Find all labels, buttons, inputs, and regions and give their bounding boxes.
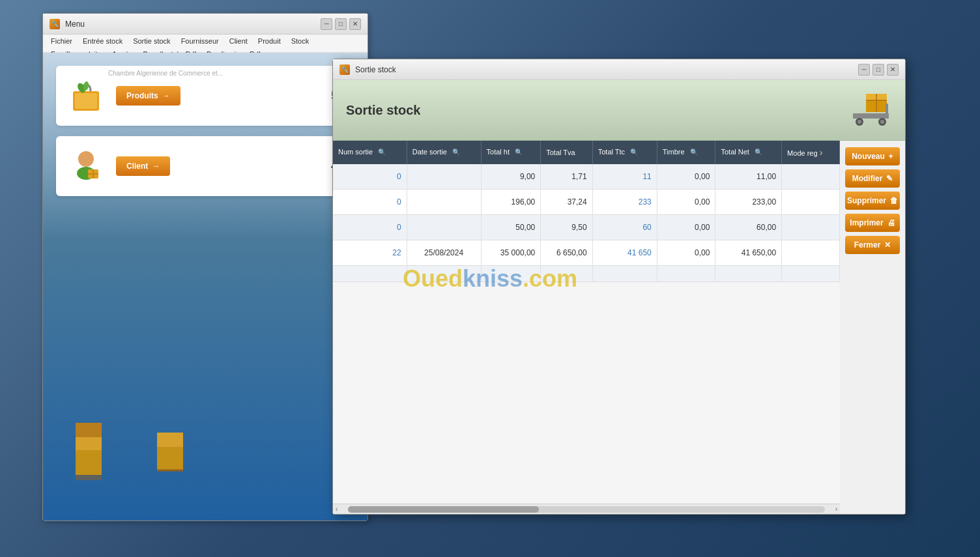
cell-total_ttc-3: 41 650	[592, 240, 657, 266]
bg-close-btn[interactable]: ✕	[349, 18, 361, 30]
product-bag-icon	[70, 78, 102, 114]
scroll-right-icon[interactable]: ›	[835, 506, 837, 513]
cell-total_net-0: 11,00	[715, 164, 782, 190]
bg-maximize-btn[interactable]: □	[335, 18, 347, 30]
supprimer-button[interactable]: Supprimer 🗑	[845, 192, 900, 210]
card-subtitle: Chambre Algerienne de Commerce et...	[108, 70, 223, 77]
table-row[interactable]: 0196,0037,242330,00233,00	[333, 190, 840, 215]
bg-titlebar: 🔧 Menu ─ □ ✕	[43, 14, 368, 35]
svg-rect-10	[76, 436, 102, 450]
col-timbre[interactable]: Timbre 🔍	[657, 141, 715, 164]
menu-produit[interactable]: Produit	[253, 35, 286, 48]
nouveau-button[interactable]: Nouveau +	[845, 147, 900, 165]
fg-page-title: Sortie stock	[346, 103, 420, 118]
table-row[interactable]: 2225/08/202435 000,006 650,0041 6500,004…	[333, 240, 840, 266]
table-scroll-area[interactable]: Num sortie 🔍 Date sortie 🔍 Total ht 🔍	[333, 141, 840, 504]
client-card: Client → 4	[56, 136, 354, 196]
col-total-ttc[interactable]: Total Ttc 🔍	[592, 141, 657, 164]
menu-fournisseur[interactable]: Fournisseur	[176, 35, 224, 48]
col-total-ht[interactable]: Total ht 🔍	[481, 141, 541, 164]
svg-point-4	[78, 151, 94, 167]
cell-mode_reg-0	[782, 164, 840, 190]
table-row[interactable]: 09,001,71110,0011,00	[333, 164, 840, 190]
cell-total_net-1: 233,00	[715, 190, 782, 215]
sortie-table: Num sortie 🔍 Date sortie 🔍 Total ht 🔍	[333, 141, 840, 282]
cell-total_tva-2: 9,50	[541, 215, 592, 240]
boxes-right-icon	[154, 416, 212, 475]
scroll-track[interactable]	[348, 506, 824, 513]
search-total-ht-icon[interactable]: 🔍	[514, 149, 523, 158]
svg-rect-9	[76, 449, 102, 475]
client-icon-wrap	[66, 147, 106, 186]
bg-minimize-btn[interactable]: ─	[321, 18, 332, 30]
search-date-sortie-icon[interactable]: 🔍	[452, 149, 461, 158]
cell-num_sortie-0: 0	[333, 164, 407, 190]
search-total-ttc-icon[interactable]: 🔍	[629, 149, 639, 158]
modifier-label: Modifier	[852, 174, 883, 183]
scroll-left-icon[interactable]: ‹	[336, 506, 338, 513]
boxes-illustration	[69, 416, 212, 481]
cell-timbre-2: 0,00	[657, 215, 715, 240]
search-timbre-icon[interactable]: 🔍	[689, 149, 699, 158]
produits-button[interactable]: Produits →	[116, 86, 180, 106]
col-date-sortie[interactable]: Date sortie 🔍	[407, 141, 481, 164]
cell-date_sortie-4	[407, 266, 481, 282]
svg-rect-1	[75, 93, 97, 109]
fg-close-btn[interactable]: ✕	[887, 64, 899, 76]
col-expand-icon[interactable]: ›	[820, 147, 823, 158]
bg-content: Chambre Algerienne de Commerce et... Pro…	[43, 53, 368, 521]
cell-timbre-1: 0,00	[657, 190, 715, 215]
horizontal-scrollbar[interactable]: ‹ ›	[333, 504, 840, 514]
svg-rect-12	[76, 475, 102, 480]
col-total-net[interactable]: Total Net 🔍	[715, 141, 782, 164]
scroll-thumb[interactable]	[348, 506, 539, 513]
menu-client[interactable]: Client	[224, 35, 253, 48]
client-button[interactable]: Client →	[116, 156, 170, 176]
cell-mode_reg-1	[782, 190, 840, 215]
menu-stock[interactable]: Stock	[286, 35, 315, 48]
cell-total_ht-1: 196,00	[481, 190, 541, 215]
boxes-left-icon	[69, 416, 134, 481]
search-num-sortie-icon[interactable]: 🔍	[377, 149, 386, 158]
cell-num_sortie-4	[333, 266, 407, 282]
supprimer-icon: 🗑	[890, 196, 898, 205]
menubar: Fichier Entrée stock Sortie stock Fourni…	[43, 35, 368, 53]
cell-date_sortie-3: 25/08/2024	[407, 240, 481, 266]
warehouse-icon	[846, 91, 892, 130]
cell-total_ht-3: 35 000,00	[481, 240, 541, 266]
menu-sortie-stock[interactable]: Sortie stock	[128, 35, 175, 48]
table-row[interactable]: 050,009,50600,0060,00	[333, 215, 840, 240]
nouveau-label: Nouveau	[852, 152, 885, 161]
cell-total_net-4	[715, 266, 782, 282]
table-body: 09,001,71110,0011,000196,0037,242330,002…	[333, 164, 840, 282]
menu-entree-stock[interactable]: Entrée stock	[78, 35, 128, 48]
cell-num_sortie-1: 0	[333, 190, 407, 215]
menu-fichier[interactable]: Fichier	[46, 35, 78, 48]
client-avatar-icon	[68, 149, 104, 184]
fermer-label: Fermer	[854, 240, 881, 250]
table-row[interactable]	[333, 266, 840, 282]
fermer-button[interactable]: Fermer ✕	[845, 236, 900, 254]
cell-total_ht-0: 9,00	[481, 164, 541, 190]
cell-date_sortie-2	[407, 215, 481, 240]
produits-button-label: Produits	[126, 91, 158, 100]
col-num-sortie[interactable]: Num sortie 🔍	[333, 141, 407, 164]
fg-maximize-btn[interactable]: □	[872, 64, 884, 76]
modifier-button[interactable]: Modifier ✎	[845, 169, 900, 188]
svg-rect-13	[157, 446, 183, 470]
fg-minimize-btn[interactable]: ─	[858, 64, 870, 76]
cell-total_tva-1: 37,24	[541, 190, 592, 215]
col-mode-reg: Mode reg ›	[782, 141, 840, 164]
cell-total_ttc-0: 11	[592, 164, 657, 190]
bg-titlebar-controls: ─ □ ✕	[321, 18, 361, 30]
client-button-label: Client	[126, 162, 148, 171]
produits-arrow-icon: →	[162, 91, 170, 100]
imprimer-label: Imprimer	[850, 218, 883, 227]
cell-timbre-3: 0,00	[657, 240, 715, 266]
cell-num_sortie-3: 22	[333, 240, 407, 266]
imprimer-button[interactable]: Imprimer 🖨	[845, 214, 900, 232]
svg-point-23	[857, 120, 861, 124]
search-total-net-icon[interactable]: 🔍	[754, 149, 763, 158]
cell-num_sortie-2: 0	[333, 215, 407, 240]
cell-total_tva-3: 6 650,00	[541, 240, 592, 266]
